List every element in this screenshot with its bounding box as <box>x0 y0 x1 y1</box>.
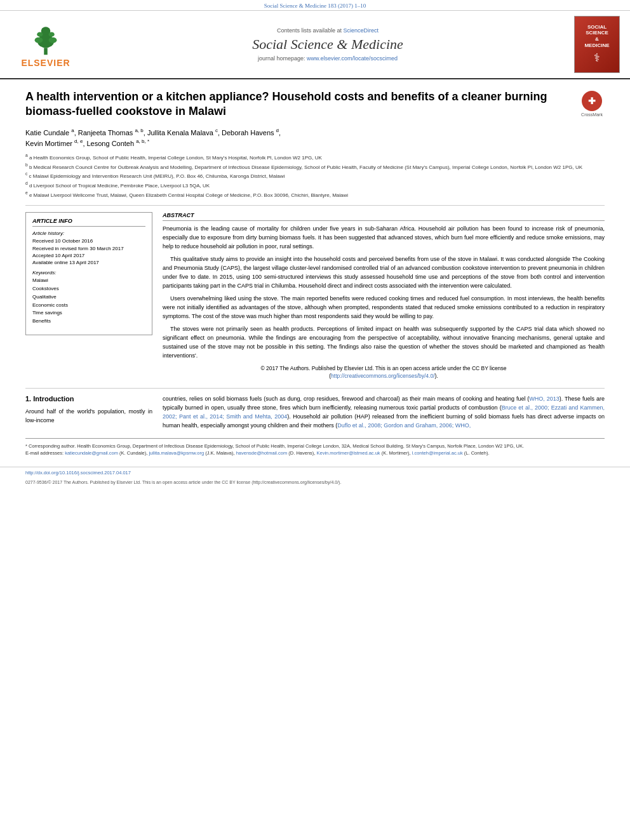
affiliation-b: b b Medical Research Council Centre for … <box>25 162 605 171</box>
crossmark-area[interactable]: ✚ CrossMark <box>579 91 605 117</box>
bottom-bar: http://dx.doi.org/10.1016/j.socscimed.20… <box>0 467 630 478</box>
cc-license-link[interactable]: http://creativecommons.org/licenses/by/4… <box>331 373 434 379</box>
keywords-list: Malawi Cookstoves Qualitative Economic c… <box>32 277 145 326</box>
svg-point-5 <box>49 37 57 43</box>
article-info-box: ARTICLE INFO Article history: Received 1… <box>25 212 152 335</box>
keyword-2: Cookstoves <box>32 285 145 293</box>
email-mortimer[interactable]: Kevin.mortimer@lstmed.ac.uk <box>316 450 380 456</box>
affiliation-e: e e Malawi Liverpool Wellcome Trust, Mal… <box>25 190 605 199</box>
authors-line: Katie Cundale a, Ranjeeta Thomas a, b, J… <box>25 127 605 149</box>
abstract-para-4: The stoves were not primarily seen as he… <box>163 325 605 361</box>
journal-info-center: Contents lists available at ScienceDirec… <box>90 16 565 73</box>
journal-homepage-line: journal homepage: www.elsevier.com/locat… <box>258 55 398 62</box>
journal-top-banner: Social Science & Medicine 183 (2017) 1–1… <box>0 0 630 11</box>
email-footnote: E-mail addresses: katiecundale@gmail.com… <box>25 450 605 457</box>
abstract-para-1: Pneumonia is the leading cause of mortal… <box>163 225 605 251</box>
affiliation-c: c c Malawi Epidemiology and Intervention… <box>25 171 605 180</box>
keyword-5: Time savings <box>32 309 145 317</box>
abstract-para-3: Users overwhelming liked using the stove… <box>163 295 605 321</box>
journal-cover-icon: ⚕ <box>594 51 600 65</box>
email-havens[interactable]: havensde@hotmail.com <box>236 450 288 456</box>
svg-point-4 <box>35 37 43 43</box>
journal-title: Social Science & Medicine <box>252 36 403 53</box>
corresponding-author-footnote: * Corresponding author. Health Economics… <box>25 443 605 450</box>
introduction-heading: 1. Introduction <box>25 395 152 403</box>
available-online-date: Available online 13 April 2017 <box>32 259 145 266</box>
elsevier-logo: ELSEVIER <box>21 22 70 68</box>
introduction-right-col: countries, relies on solid biomass fuels… <box>163 395 605 430</box>
email-malava[interactable]: jullita.malava@kpsmw.org <box>149 450 204 456</box>
introduction-left-text: Around half of the world's population, m… <box>25 408 152 425</box>
who-2013-link[interactable]: WHO, 2013 <box>529 396 559 402</box>
article-info-box-title: ARTICLE INFO <box>32 218 145 227</box>
keywords-section: Keywords: Malawi Cookstoves Qualitative … <box>32 270 145 326</box>
article-info-column: ARTICLE INFO Article history: Received 1… <box>25 212 152 380</box>
bottom-copyright: 0277-9536/© 2017 The Authors. Published … <box>0 478 630 486</box>
received-revised-date: Received in revised form 30 March 2017 <box>32 245 145 252</box>
crossmark-icon[interactable]: ✚ <box>582 91 602 111</box>
bruce-et-al-link[interactable]: Bruce et al., 2000; Ezzati and Kammen, 2… <box>163 404 605 420</box>
article-history-section: Article history: Received 10 October 201… <box>32 230 145 266</box>
abstract-para-2: This qualitative study aims to provide a… <box>163 255 605 291</box>
abstract-section-title: ABSTRACT <box>163 212 605 221</box>
duflo-et-al-link[interactable]: Duflo et al., 2008; Gordon and Graham, 2… <box>337 422 471 429</box>
abstract-column: ABSTRACT Pneumonia is the leading cause … <box>163 212 605 380</box>
elsevier-wordmark: ELSEVIER <box>21 58 70 68</box>
affiliation-d: d d Liverpool School of Tropical Medicin… <box>25 180 605 190</box>
article-title-section: A health intervention or a kitchen appli… <box>25 90 605 119</box>
affiliation-a: a a Health Economics Group, School of Pu… <box>25 152 605 162</box>
affiliations: a a Health Economics Group, School of Pu… <box>25 152 605 199</box>
article-history-label: Article history: <box>32 230 145 236</box>
svg-rect-0 <box>44 48 48 55</box>
keyword-6: Benefits <box>32 317 145 326</box>
sciencedirect-link[interactable]: ScienceDirect <box>344 27 379 34</box>
sciencedirect-line: Contents lists available at ScienceDirec… <box>277 27 379 34</box>
article-info-abstract-section: ARTICLE INFO Article history: Received 1… <box>25 212 605 380</box>
journal-header: ELSEVIER Contents lists available at Sci… <box>0 11 630 79</box>
svg-point-7 <box>49 32 55 36</box>
crossmark-label: CrossMark <box>581 112 603 117</box>
article-title: A health intervention or a kitchen appli… <box>25 90 573 119</box>
email-conteh[interactable]: l.conteh@imperial.ac.uk <box>412 450 463 456</box>
email-cundale[interactable]: katiecundale@gmail.com <box>65 450 118 456</box>
received-date: Received 10 October 2016 <box>32 237 145 244</box>
journal-cover-area: SOCIALSCIENCE&MEDICINE ⚕ <box>572 16 622 73</box>
accepted-date: Accepted 10 April 2017 <box>32 252 145 259</box>
keyword-3: Qualitative <box>32 293 145 302</box>
footnote-area: * Corresponding author. Health Economics… <box>25 438 605 457</box>
section-divider-1 <box>25 205 605 206</box>
article-content: A health intervention or a kitchen appli… <box>0 79 630 467</box>
keyword-4: Economic costs <box>32 302 145 310</box>
elsevier-logo-area: ELSEVIER <box>8 16 84 73</box>
abstract-license: © 2017 The Authors. Published by Elsevie… <box>163 364 605 381</box>
journal-homepage-link[interactable]: www.elsevier.com/locate/socscimed <box>307 55 398 62</box>
doi-link[interactable]: http://dx.doi.org/10.1016/j.socscimed.20… <box>25 470 131 476</box>
keywords-label: Keywords: <box>32 270 145 276</box>
introduction-section: 1. Introduction Around half of the world… <box>25 395 605 430</box>
svg-point-6 <box>37 32 43 36</box>
elsevier-tree-icon <box>27 22 65 57</box>
keyword-1: Malawi <box>32 277 145 285</box>
journal-cover-image: SOCIALSCIENCE&MEDICINE ⚕ <box>574 16 620 73</box>
abstract-text: Pneumonia is the leading cause of mortal… <box>163 225 605 360</box>
introduction-left-col: 1. Introduction Around half of the world… <box>25 395 152 430</box>
introduction-right-text: countries, relies on solid biomass fuels… <box>163 395 605 430</box>
section-divider-2 <box>25 388 605 389</box>
journal-cover-title: SOCIALSCIENCE&MEDICINE <box>584 24 609 48</box>
